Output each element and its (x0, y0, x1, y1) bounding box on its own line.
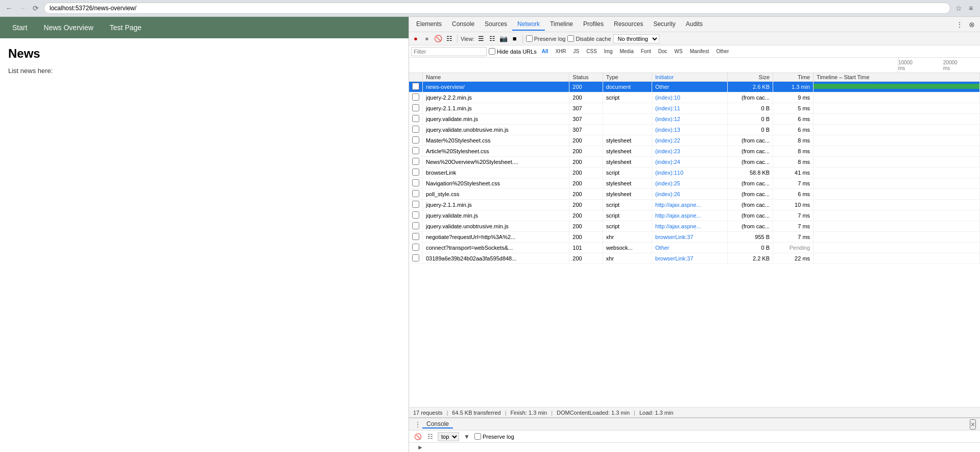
cell-initiator[interactable]: (index):23 (652, 146, 728, 157)
console-context-select[interactable]: top (438, 432, 459, 441)
view-waterfall-button[interactable]: ■ (510, 34, 519, 43)
table-row[interactable]: browserLink200script(index):11058.8 KB41… (409, 168, 980, 178)
cell-name[interactable]: jquery.validate.unobtrusive.min.js (423, 125, 569, 135)
th-size[interactable]: Size (728, 73, 773, 82)
back-button[interactable]: ← (4, 3, 14, 13)
table-row[interactable]: News%20Overview%20Stylesheet....200style… (409, 157, 980, 168)
table-row[interactable]: Article%20Stylesheet.css200stylesheet(in… (409, 146, 980, 157)
disable-cache-checkbox[interactable] (567, 35, 574, 42)
th-type[interactable]: Type (603, 73, 652, 82)
th-initiator[interactable]: Initiator (652, 73, 728, 82)
row-checkbox[interactable] (412, 147, 419, 154)
cell-name[interactable]: News%20Overview%20Stylesheet.... (423, 157, 569, 168)
tab-audits[interactable]: Audits (681, 18, 708, 31)
table-row[interactable]: jquery.validate.unobtrusive.min.js200scr… (409, 221, 980, 232)
tab-profiles[interactable]: Profiles (578, 18, 609, 31)
cell-name[interactable]: Navigation%20Stylesheet.css (423, 178, 569, 189)
cell-initiator[interactable]: Other (652, 82, 728, 92)
console-preserve-checkbox[interactable] (474, 433, 481, 440)
row-checkbox[interactable] (412, 190, 419, 197)
cell-initiator[interactable]: http://ajax.aspne... (652, 210, 728, 221)
row-checkbox[interactable] (412, 201, 419, 208)
th-name[interactable]: Name (423, 73, 569, 82)
console-drawer-title[interactable]: Console (422, 420, 453, 429)
tab-sources[interactable]: Sources (480, 18, 512, 31)
row-checkbox[interactable] (412, 211, 419, 219)
stop-button[interactable]: ● (422, 34, 432, 43)
cell-name[interactable]: jquery.validate.min.js (423, 114, 569, 125)
table-row[interactable]: 03189a6e39b24b02aa3fa595d848...200xhrbro… (409, 253, 980, 264)
filter-type-all[interactable]: All (539, 47, 552, 56)
table-row[interactable]: Navigation%20Stylesheet.css200stylesheet… (409, 178, 980, 189)
row-checkbox[interactable] (412, 93, 419, 101)
table-row[interactable]: jquery.validate.unobtrusive.min.js307(in… (409, 125, 980, 135)
reload-button[interactable]: ⟳ (31, 3, 41, 13)
clear-button[interactable]: 🚫 (434, 34, 443, 43)
row-checkbox[interactable] (412, 179, 419, 186)
table-row[interactable]: negotiate?requestUrl=http%3A%2...200xhrb… (409, 232, 980, 243)
cell-initiator[interactable]: (index):25 (652, 178, 728, 189)
row-checkbox[interactable] (412, 104, 419, 111)
cell-name[interactable]: Article%20Stylesheet.css (423, 146, 569, 157)
table-row[interactable]: jquery.validate.min.js200scripthttp://aj… (409, 210, 980, 221)
view-screenshot-button[interactable]: 📷 (499, 34, 508, 43)
cell-initiator[interactable]: browserLink:37 (652, 232, 728, 243)
cell-name[interactable]: 03189a6e39b24b02aa3fa595d848... (423, 253, 569, 264)
throttling-select[interactable]: No throttling Slow 3G Fast 3G Offline (613, 34, 659, 43)
th-timeline[interactable]: Timeline – Start Time (814, 73, 980, 82)
filter-type-media[interactable]: Media (616, 47, 636, 56)
table-row[interactable]: jquery-2.2.2.min.js200script(index):10(f… (409, 92, 980, 103)
devtools-more-button[interactable]: ⋮ (953, 18, 966, 31)
table-row[interactable]: jquery.validate.min.js307(index):120 B6 … (409, 114, 980, 125)
cell-name[interactable]: news-overview/ (423, 82, 569, 92)
nav-test-page[interactable]: Test Page (102, 19, 150, 36)
cell-name[interactable]: jquery.validate.min.js (423, 210, 569, 221)
console-menu-button[interactable]: ⋮ (413, 420, 422, 429)
console-clear-button[interactable]: 🚫 (413, 432, 422, 441)
cell-initiator[interactable]: (index):11 (652, 103, 728, 114)
cell-name[interactable]: connect?transport=webSockets&... (423, 243, 569, 253)
cell-initiator[interactable]: http://ajax.aspne... (652, 221, 728, 232)
row-checkbox[interactable] (412, 158, 419, 165)
row-checkbox[interactable] (412, 115, 419, 122)
table-row[interactable]: jquery-2.1.1.min.js200scripthttp://ajax.… (409, 200, 980, 210)
console-context-down[interactable]: ▼ (462, 432, 471, 441)
row-checkbox[interactable] (412, 233, 419, 240)
cell-name[interactable]: negotiate?requestUrl=http%3A%2... (423, 232, 569, 243)
row-checkbox[interactable] (412, 126, 419, 133)
view-grid-button[interactable]: ☷ (488, 34, 497, 43)
table-row[interactable]: connect?transport=webSockets&...101webso… (409, 243, 980, 253)
cell-initiator[interactable]: (index):110 (652, 168, 728, 178)
cell-name[interactable]: jquery-2.1.1.min.js (423, 103, 569, 114)
record-button[interactable]: ● (411, 34, 420, 43)
filter-type-xhr[interactable]: XHR (552, 47, 569, 56)
cell-name[interactable]: poll_style.css (423, 189, 569, 200)
console-close-button[interactable]: × (970, 419, 976, 430)
table-row[interactable]: poll_style.css200stylesheet(index):26(fr… (409, 189, 980, 200)
nav-news-overview[interactable]: News Overview (36, 19, 102, 36)
filter-type-doc[interactable]: Doc (655, 47, 671, 56)
cell-name[interactable]: jquery.validate.unobtrusive.min.js (423, 221, 569, 232)
filter-type-css[interactable]: CSS (583, 47, 600, 56)
filter-type-manifest[interactable]: Manifest (687, 47, 712, 56)
filter-input[interactable] (411, 47, 487, 56)
cell-initiator[interactable]: http://ajax.aspne... (652, 200, 728, 210)
tab-network[interactable]: Network (512, 18, 545, 31)
row-checkbox[interactable] (412, 254, 419, 261)
filter-button[interactable]: ☷ (445, 34, 454, 43)
row-checkbox[interactable] (412, 136, 419, 144)
hide-data-urls-checkbox[interactable] (489, 48, 495, 55)
tab-resources[interactable]: Resources (609, 18, 648, 31)
cell-name[interactable]: jquery-2.1.1.min.js (423, 200, 569, 210)
nav-start[interactable]: Start (4, 19, 36, 36)
filter-type-font[interactable]: Font (638, 47, 654, 56)
table-row[interactable]: jquery-2.1.1.min.js307(index):110 B5 ms (409, 103, 980, 114)
address-bar[interactable] (44, 3, 950, 14)
row-checkbox[interactable] (412, 169, 419, 176)
table-row[interactable]: Master%20Stylesheet.css200stylesheet(ind… (409, 135, 980, 146)
filter-type-ws[interactable]: WS (672, 47, 686, 56)
console-expand-icon[interactable]: ► (413, 442, 427, 452)
cell-initiator[interactable]: (index):26 (652, 189, 728, 200)
forward-button[interactable]: → (17, 3, 28, 13)
tab-console[interactable]: Console (447, 18, 480, 31)
